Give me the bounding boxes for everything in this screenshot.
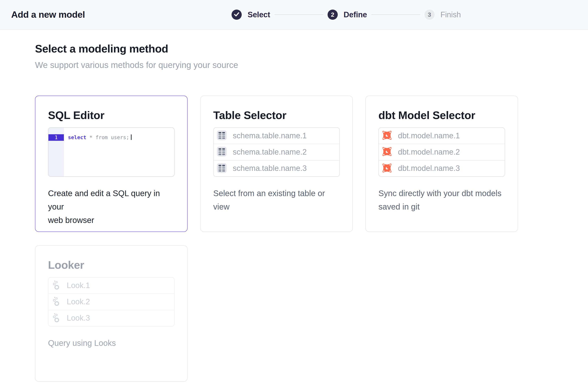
stepper: Select 2 Define 3 Finish (232, 0, 461, 29)
card-dbt-model-selector-description: Sync directly with your dbt models saved… (379, 187, 505, 213)
table-list-preview: schema.table.name.1 schema.table.name.2 (213, 127, 340, 177)
list-item: Look.2 (48, 293, 174, 310)
list-item-label: Look.1 (67, 281, 90, 290)
card-sql-editor-title: SQL Editor (48, 109, 175, 122)
card-table-selector-description: Select from an existing table or view (213, 187, 340, 213)
stepper-step-select[interactable]: Select (232, 9, 270, 20)
card-dbt-model-selector[interactable]: dbt Model Selector dbt.model.name.1 (365, 96, 518, 232)
step-select-circle (232, 9, 242, 20)
list-item-label: Look.3 (67, 314, 90, 322)
step-select-label: Select (248, 10, 270, 19)
step-define-circle: 2 (328, 9, 338, 20)
stepper-step-define[interactable]: 2 Define (328, 9, 367, 20)
step-finish-label: Finish (440, 10, 461, 19)
sql-editor-preview: 1 select * from users; (48, 127, 175, 177)
list-item: dbt.model.name.3 (379, 160, 504, 176)
looker-logo-icon (52, 313, 61, 323)
looker-list-preview: Look.1 Look.2 (48, 277, 175, 326)
check-icon (232, 9, 242, 20)
section-heading: Select a modeling method (35, 42, 588, 55)
list-item-label: dbt.model.name.1 (398, 131, 460, 140)
card-looker-title: Looker (48, 258, 175, 271)
stepper-step-finish[interactable]: 3 Finish (424, 9, 461, 20)
list-item-label: schema.table.name.1 (233, 131, 307, 140)
card-sql-editor-description: Create and edit a SQL query in your web … (48, 187, 175, 227)
card-looker-description: Query using Looks (48, 336, 175, 350)
dbt-logo-icon (382, 163, 392, 174)
sql-keyword: select (68, 134, 86, 140)
sql-code-rest: * from users; (86, 134, 129, 140)
card-sql-editor[interactable]: SQL Editor 1 select * from users; Create… (35, 96, 188, 232)
list-item-label: dbt.model.name.3 (398, 164, 460, 173)
sql-editor-gutter: 1 (48, 128, 64, 176)
step-finish-number: 3 (428, 11, 431, 18)
table-icon (217, 130, 227, 141)
list-item: dbt.model.name.2 (379, 144, 504, 160)
list-item-label: Look.2 (67, 297, 90, 306)
table-icon (217, 147, 227, 157)
list-item: dbt.model.name.1 (379, 128, 504, 144)
list-item-label: schema.table.name.3 (233, 164, 307, 173)
looker-logo-icon (52, 296, 61, 307)
list-item: schema.table.name.1 (214, 128, 339, 144)
sql-code-line: select * from users; (64, 128, 174, 176)
list-item: schema.table.name.3 (214, 160, 339, 176)
step-define-label: Define (344, 10, 367, 19)
dbt-list-preview: dbt.model.name.1 dbt.model.name.2 (379, 127, 505, 177)
text-cursor (131, 134, 132, 140)
card-table-selector-title: Table Selector (213, 109, 340, 122)
step-finish-circle: 3 (424, 9, 435, 20)
sql-line-number: 1 (48, 134, 64, 141)
stepper-connector (371, 14, 420, 15)
dbt-logo-icon (382, 147, 392, 157)
main-content: Select a modeling method We support vari… (0, 30, 588, 382)
dbt-logo-icon (382, 130, 392, 141)
step-define-number: 2 (331, 11, 334, 18)
card-table-selector[interactable]: Table Selector schema.table.name.1 (200, 96, 353, 232)
card-looker[interactable]: Looker Look.1 (35, 245, 188, 382)
top-bar: Add a new model Select 2 Define 3 (0, 0, 588, 30)
list-item: Look.1 (48, 278, 174, 293)
list-item-label: dbt.model.name.2 (398, 148, 460, 156)
stepper-connector (275, 14, 323, 15)
list-item-label: schema.table.name.2 (233, 148, 307, 156)
looker-logo-icon (52, 280, 61, 291)
list-item: Look.3 (48, 310, 174, 326)
page-title: Add a new model (11, 9, 85, 20)
modeling-method-cards: SQL Editor 1 select * from users; Create… (35, 96, 588, 382)
list-item: schema.table.name.2 (214, 144, 339, 160)
section-subheading: We support various methods for querying … (35, 60, 588, 70)
card-dbt-model-selector-title: dbt Model Selector (379, 109, 505, 122)
table-icon (217, 163, 227, 174)
